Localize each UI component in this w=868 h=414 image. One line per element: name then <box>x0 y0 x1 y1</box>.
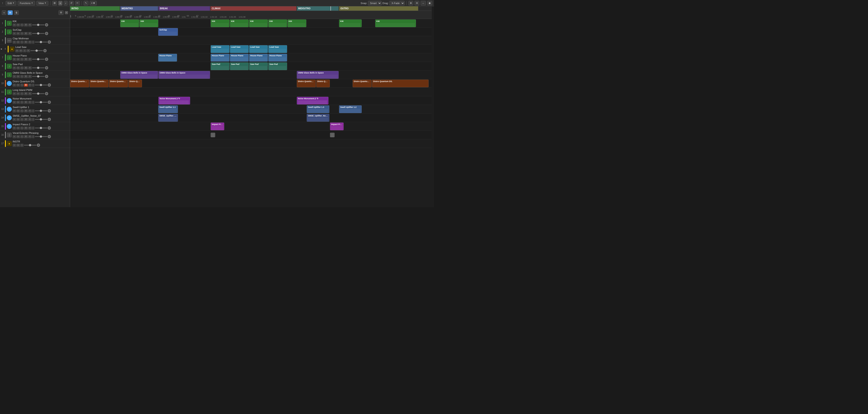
ctrl-m-17[interactable]: M <box>17 144 20 147</box>
ctrl-cmd-13[interactable]: ⌘ <box>24 110 28 112</box>
ctrl-r-2[interactable]: R <box>28 32 32 35</box>
ctrl-h-12[interactable]: H <box>13 101 16 104</box>
ctrl-h-8[interactable]: H <box>13 66 16 69</box>
ctrl-r-16[interactable]: R <box>28 135 32 138</box>
ctrl-h-17[interactable]: H <box>13 144 16 147</box>
time-ruler[interactable]: 1 1:00:05 1:00:10 1:00:15 1:00:20 1:00:2… <box>70 11 432 19</box>
clip-kik-c1[interactable]: KIK <box>211 20 229 27</box>
grid-view-btn[interactable]: ⊞ <box>52 1 57 5</box>
track-vol-7[interactable] <box>45 58 48 61</box>
ctrl-cmd-11[interactable]: ⌘ <box>24 92 28 95</box>
section-break[interactable]: BREAK <box>158 6 210 11</box>
ctrl-m-7[interactable]: M <box>17 58 20 61</box>
track-vol-10[interactable] <box>48 83 51 87</box>
track-fader-15[interactable] <box>35 127 47 128</box>
track-vol-16[interactable] <box>48 135 51 138</box>
clip-distro-5[interactable]: Distro Quantum DS. <box>297 80 316 87</box>
track-vol-9[interactable] <box>45 75 48 78</box>
clip-swell-midoutro[interactable]: Swell Uplifter 1.3 <box>307 106 329 113</box>
ctrl-m-1[interactable]: M <box>17 24 20 26</box>
ctrl-s-4[interactable]: S <box>23 49 26 52</box>
clip-kik-c4[interactable]: KIK <box>268 20 287 27</box>
ctrl-s-1[interactable]: S <box>20 24 24 26</box>
ctrl-i-13[interactable]: I <box>32 110 35 112</box>
clip-noise-break[interactable]: Noise Monument.3 ↻ <box>158 97 190 105</box>
track-view-settings[interactable]: ⚙ <box>59 10 64 15</box>
tool-btn[interactable]: ✂ <box>75 1 80 5</box>
ctrl-s-13[interactable]: S <box>20 110 24 112</box>
ctrl-m-2[interactable]: M <box>17 32 20 35</box>
track-type-btn-h[interactable]: H <box>8 10 13 15</box>
ctrl-m-12[interactable]: M <box>17 101 20 104</box>
ctrl-m-13[interactable]: M <box>17 110 20 112</box>
drag-select[interactable]: X-Fade <box>390 1 405 5</box>
clip-housepiano-c1[interactable]: House Piano <box>211 54 229 61</box>
ctrl-cmd-3[interactable]: ⌘ <box>24 41 28 43</box>
ctrl-cmd-9[interactable]: ⌘ <box>24 75 28 78</box>
track-type-btn-s[interactable]: S <box>14 10 19 15</box>
ctrl-r-8[interactable]: R <box>28 66 32 69</box>
track-fader-12[interactable] <box>35 102 47 102</box>
ctrl-m-15[interactable]: M <box>17 127 20 129</box>
ctrl-cmd-1[interactable]: ⌘ <box>24 24 28 26</box>
track-vol-2[interactable] <box>45 32 48 35</box>
track-fader-1[interactable] <box>32 24 44 25</box>
ctrl-cmd-16[interactable]: ⌘ <box>24 135 28 138</box>
track-fader-9[interactable] <box>32 76 44 77</box>
ctrl-i-15[interactable]: I <box>32 127 35 129</box>
ctrl-r-7[interactable]: R <box>28 58 32 61</box>
track-fader-17[interactable] <box>24 145 36 146</box>
ctrl-cmd-10[interactable]: ⌘ <box>24 84 28 87</box>
ctrl-i-16[interactable]: I <box>32 135 35 138</box>
track-vol-8[interactable] <box>45 66 48 69</box>
track-vol-12[interactable] <box>48 100 51 104</box>
clip-impact-midoutro[interactable]: Impact Fiasco <box>330 123 344 130</box>
ctrl-h-16[interactable]: H <box>13 135 16 138</box>
ctrl-cmd-15[interactable]: ⌘ <box>24 127 28 129</box>
track-fader-2[interactable] <box>32 33 44 34</box>
clip-distro-3[interactable]: Distro Quantum DS. <box>109 80 128 87</box>
ctrl-h-11[interactable]: H <box>13 92 16 95</box>
misc-btn-2[interactable]: ⊖ <box>414 1 419 5</box>
track-vol-15[interactable] <box>48 126 51 129</box>
track-vol-3[interactable] <box>48 40 51 43</box>
ctrl-r-4[interactable]: R <box>27 49 30 52</box>
clip-swell-outro[interactable]: Swell Uplifter 1.2 <box>339 106 362 113</box>
ctrl-s-8[interactable]: S <box>20 66 24 69</box>
clip-swell-break[interactable]: Swell Uplifter 1.1 <box>158 106 178 113</box>
ctrl-i-12[interactable]: I <box>32 101 35 104</box>
clip-vocal-1[interactable] <box>211 133 215 137</box>
track-fader-8[interactable] <box>32 67 44 68</box>
clip-distro-4[interactable]: Distro Quantum <box>128 80 142 87</box>
ctrl-h-1[interactable]: H <box>13 24 16 26</box>
view-menu[interactable]: View ▼ <box>36 1 49 5</box>
track-fader-14[interactable] <box>35 119 47 120</box>
clip-omni-intro[interactable]: OMNI Glass Bells in Space <box>120 71 158 79</box>
track-vol-4[interactable] <box>43 49 46 52</box>
list-view-btn[interactable]: ≡ <box>58 1 62 5</box>
ctrl-i-10[interactable]: I <box>32 84 35 87</box>
clip-kik-intro-2[interactable]: KIK <box>140 20 158 27</box>
clip-kik-c5[interactable]: KIK <box>287 20 306 27</box>
track-fader-11[interactable] <box>32 93 44 94</box>
ctrl-r-14[interactable]: R <box>28 118 32 121</box>
misc-btn-4[interactable]: ◉ <box>427 1 432 5</box>
clip-kik-intro-1[interactable]: KIK <box>120 20 139 27</box>
marker-add-btn[interactable]: + <box>65 11 68 14</box>
ctrl-h-7[interactable]: H <box>13 58 16 61</box>
ctrl-s-11[interactable]: S <box>20 92 24 95</box>
ctrl-cmd-12[interactable]: ⌘ <box>24 101 28 104</box>
track-fader-13[interactable] <box>35 110 47 111</box>
ctrl-r-3[interactable]: R <box>28 41 32 43</box>
ctrl-m-10[interactable]: M <box>17 84 20 87</box>
section-climax[interactable]: CLIMAX <box>211 6 296 11</box>
ctrl-s-9[interactable]: S <box>20 75 24 78</box>
section-midintro[interactable]: MIDINTRO <box>120 6 158 11</box>
piano-view-btn[interactable]: ♩ <box>64 1 68 5</box>
clip-kik-o1[interactable]: KIK <box>339 20 362 27</box>
track-vol-1[interactable] <box>45 23 48 26</box>
track-fader-3[interactable] <box>35 41 47 42</box>
clip-distro-1[interactable]: Distro Quantum DS. <box>70 80 89 87</box>
ctrl-m-9[interactable]: M <box>17 75 20 78</box>
ctrl-h-3[interactable]: H <box>13 41 16 43</box>
